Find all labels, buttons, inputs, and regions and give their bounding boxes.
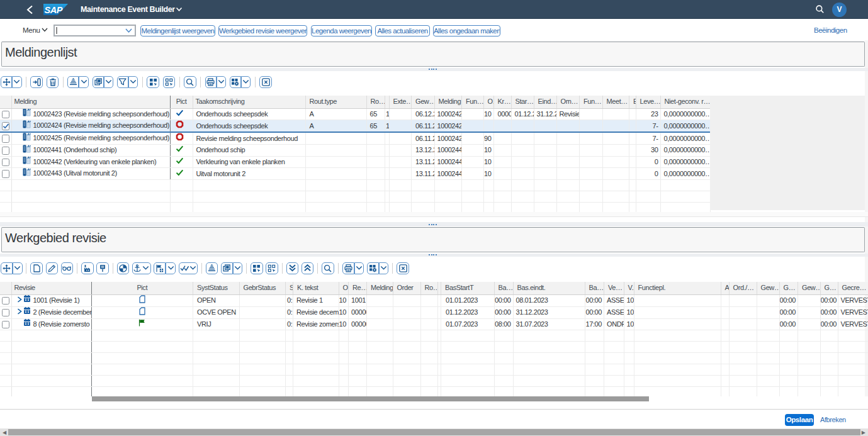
svg-text:SAP: SAP [45,5,63,15]
